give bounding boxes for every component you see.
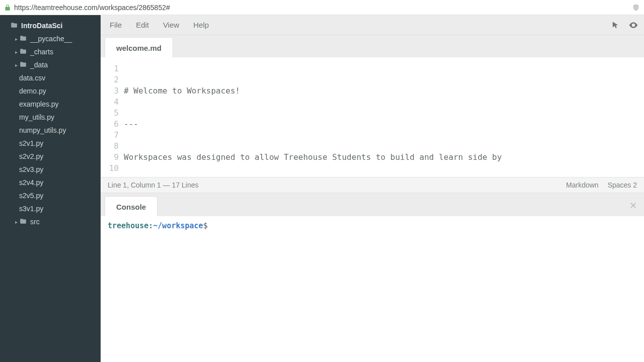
file-label: demo.py: [19, 87, 46, 95]
code-editor[interactable]: 1 2 3 4 5 6 7 8 9 10 # Welcome to Worksp…: [101, 57, 644, 177]
folder-label: _data: [30, 61, 48, 69]
file-label: s2v3.py: [19, 165, 43, 173]
folder-item[interactable]: ▸ _charts: [0, 45, 101, 58]
folder-item[interactable]: ▸ src: [0, 215, 101, 228]
file-item[interactable]: s2v5.py: [0, 189, 101, 202]
file-item[interactable]: s2v3.py: [0, 163, 101, 176]
menu-help[interactable]: Help: [186, 18, 216, 32]
shield-icon[interactable]: [632, 4, 640, 12]
folder-icon: [19, 218, 27, 226]
menu-edit[interactable]: Edit: [129, 18, 156, 32]
chevron-right-icon: ▸: [13, 219, 19, 225]
file-item[interactable]: s3v1.py: [0, 202, 101, 215]
folder-icon: [19, 61, 27, 69]
preview-icon[interactable]: [628, 20, 639, 31]
folder-label: __pycache__: [30, 35, 72, 43]
workspace-main: IntroDataSci ▸ __pycache__ ▸ _charts ▸ _…: [0, 15, 644, 362]
file-label: data.csv: [19, 74, 45, 82]
file-label: s2v1.py: [19, 139, 43, 147]
folder-label: _charts: [30, 48, 53, 56]
file-label: my_utils.py: [19, 113, 54, 121]
file-item[interactable]: s2v2.py: [0, 150, 101, 163]
file-item[interactable]: demo.py: [0, 84, 101, 98]
file-item[interactable]: s2v4.py: [0, 176, 101, 189]
cursor-icon[interactable]: [610, 20, 621, 31]
cursor-position: Line 1, Column 1 — 17 Lines: [108, 181, 199, 189]
file-label: examples.py: [19, 100, 59, 108]
chevron-right-icon: ▸: [13, 62, 19, 68]
folder-item[interactable]: ▸ __pycache__: [0, 32, 101, 45]
file-label: s2v2.py: [19, 152, 43, 160]
file-label: s3v1.py: [19, 205, 43, 213]
folder-item[interactable]: ▸ _data: [0, 58, 101, 71]
file-label: numpy_utils.py: [19, 126, 66, 134]
menu-file[interactable]: File: [103, 18, 129, 32]
chevron-right-icon: ▸: [13, 49, 19, 55]
syntax-mode[interactable]: Markdown: [566, 181, 599, 189]
chevron-right-icon: ▸: [13, 36, 19, 42]
editor-tabbar: welcome.md: [101, 35, 644, 57]
file-tree-sidebar: IntroDataSci ▸ __pycache__ ▸ _charts ▸ _…: [0, 15, 101, 362]
file-item[interactable]: numpy_utils.py: [0, 124, 101, 137]
line-gutter: 1 2 3 4 5 6 7 8 9 10: [101, 57, 124, 177]
editor-panel: File Edit View Help welcome.md 1 2 3 4 5: [101, 15, 644, 362]
folder-label: src: [30, 218, 40, 226]
console-tabbar: Console ✕: [101, 193, 644, 216]
file-item[interactable]: s2v1.py: [0, 137, 101, 150]
file-item[interactable]: data.csv: [0, 71, 101, 84]
editor-tab-active[interactable]: welcome.md: [105, 37, 173, 57]
menu-view[interactable]: View: [156, 18, 186, 32]
close-icon[interactable]: ✕: [629, 200, 637, 211]
project-root[interactable]: IntroDataSci: [0, 19, 101, 32]
indent-setting[interactable]: Spaces 2: [608, 181, 637, 189]
menubar: File Edit View Help: [101, 15, 644, 35]
console-terminal[interactable]: treehouse:~/workspace$: [101, 216, 644, 362]
code-content[interactable]: # Welcome to Workspaces! --- Workspaces …: [124, 57, 644, 177]
page-url[interactable]: https://teamtreehouse.com/workspaces/286…: [14, 4, 170, 12]
folder-icon: [10, 22, 18, 30]
folder-icon: [19, 48, 27, 56]
lock-icon: [4, 4, 11, 11]
prompt-host: treehouse:: [108, 221, 153, 230]
file-label: s2v4.py: [19, 178, 43, 187]
console-tab[interactable]: Console: [105, 196, 157, 216]
prompt-path: ~/workspace: [153, 221, 203, 230]
editor-statusbar: Line 1, Column 1 — 17 Lines Markdown Spa…: [101, 177, 644, 193]
prompt-symbol: $: [203, 221, 208, 230]
file-label: s2v5.py: [19, 192, 43, 200]
file-item[interactable]: my_utils.py: [0, 111, 101, 124]
folder-icon: [19, 35, 27, 43]
file-item[interactable]: examples.py: [0, 98, 101, 111]
address-bar: https://teamtreehouse.com/workspaces/286…: [0, 0, 644, 15]
project-name: IntroDataSci: [21, 22, 62, 30]
